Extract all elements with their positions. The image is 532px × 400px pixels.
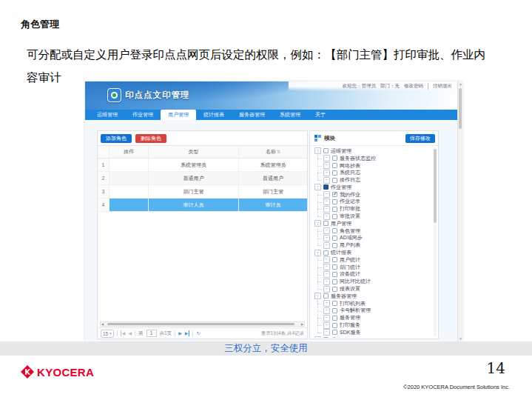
checkbox-icon[interactable]: [332, 264, 337, 270]
scrollbar-thumb[interactable]: [459, 88, 462, 129]
tree-item[interactable]: 操作日志: [323, 176, 433, 184]
table-row[interactable]: 3 部门主管 部门主管: [98, 185, 307, 199]
tree-item[interactable]: 部门统计: [323, 264, 433, 271]
checkbox-icon[interactable]: [332, 199, 337, 204]
save-changes-button[interactable]: 保存修改: [405, 134, 435, 143]
page-number-input[interactable]: 1: [147, 330, 157, 337]
tree-scrollbar[interactable]: [434, 147, 437, 336]
checkbox-icon[interactable]: [332, 178, 337, 183]
tree-item[interactable]: 作业管理: [314, 184, 433, 191]
nav-tab[interactable]: 系统管理: [272, 110, 308, 120]
expander-icon[interactable]: [323, 170, 330, 176]
checkbox-icon[interactable]: [332, 163, 337, 168]
checkbox-icon[interactable]: [332, 272, 337, 277]
first-page-button[interactable]: ◀: [121, 330, 126, 336]
header-link[interactable]: 注销退出: [428, 83, 452, 90]
next-page-button[interactable]: ▶: [178, 330, 182, 336]
tree-item[interactable]: 作业记录: [323, 199, 433, 206]
checkbox-icon[interactable]: [332, 156, 337, 161]
nav-tab[interactable]: 服务器管理: [232, 110, 272, 120]
horizontal-scrollbar[interactable]: ◀ ▶: [100, 321, 305, 327]
expander-icon[interactable]: [323, 227, 330, 234]
tree-item[interactable]: 打印审批: [323, 205, 433, 213]
scrollbar-thumb[interactable]: [107, 323, 294, 325]
checkbox-icon[interactable]: [332, 330, 337, 335]
col-name[interactable]: 名称⇅: [238, 146, 307, 158]
refresh-icon[interactable]: ↻: [196, 330, 200, 336]
checkbox-icon[interactable]: [332, 287, 337, 292]
checkbox-icon[interactable]: [332, 243, 337, 248]
table-row[interactable]: 2 普通用户 普通用户: [98, 172, 307, 185]
expander-icon[interactable]: [323, 300, 330, 307]
checkbox-icon[interactable]: [332, 214, 337, 219]
tree-item[interactable]: 系统日志: [323, 169, 433, 176]
tree-item[interactable]: 系统管理: [314, 336, 433, 338]
page-size-select[interactable]: 15▾: [101, 330, 114, 338]
expander-icon[interactable]: [323, 199, 330, 205]
header-link[interactable]: 修改密码: [404, 83, 423, 90]
tree-item[interactable]: 统计报表: [314, 249, 433, 256]
expander-icon[interactable]: [323, 322, 330, 329]
expander-icon[interactable]: [323, 279, 330, 285]
scroll-down-icon[interactable]: ▾: [458, 336, 462, 341]
expander-icon[interactable]: [323, 162, 330, 169]
tree-item[interactable]: SDK服务: [323, 329, 433, 336]
tree-item[interactable]: 打印机列表: [323, 300, 433, 307]
checkbox-icon[interactable]: [323, 184, 329, 190]
prev-page-button[interactable]: ◀: [128, 330, 132, 336]
nav-tab[interactable]: 统计报表: [196, 110, 232, 120]
nav-tab[interactable]: 作业管理: [125, 110, 161, 120]
table-row[interactable]: 1 系统管理员 系统管理员: [98, 159, 307, 172]
expander-icon[interactable]: [314, 336, 321, 338]
app-scrollbar[interactable]: ▴ ▾: [457, 81, 462, 341]
nav-tab[interactable]: 运维管理: [90, 110, 125, 120]
checkbox-icon[interactable]: [332, 228, 337, 233]
checkbox-icon[interactable]: [323, 293, 329, 299]
tree-item[interactable]: 用户列表: [323, 241, 433, 249]
checkbox-icon[interactable]: [323, 337, 329, 338]
tree-item[interactable]: AD域同步: [323, 235, 433, 242]
checkbox-icon[interactable]: [332, 316, 337, 321]
expander-icon[interactable]: [323, 264, 330, 270]
checkbox-icon[interactable]: [332, 301, 337, 306]
scroll-left-icon[interactable]: ◀: [101, 322, 104, 326]
checkbox-icon[interactable]: [323, 250, 329, 256]
expander-icon[interactable]: [323, 329, 330, 336]
expander-icon[interactable]: [323, 206, 330, 213]
scroll-up-icon[interactable]: ▴: [458, 81, 462, 87]
tree-item[interactable]: 审批设置: [323, 213, 433, 220]
tree-item[interactable]: 打印服务: [323, 321, 433, 329]
expander-icon[interactable]: [323, 155, 330, 161]
table-row[interactable]: 4 审计人员 审计员: [98, 199, 307, 212]
expander-icon[interactable]: [323, 256, 330, 263]
tree-item[interactable]: 用户统计: [323, 256, 433, 264]
checkbox-icon[interactable]: [332, 236, 337, 241]
tree-item[interactable]: 运维管理: [314, 147, 433, 155]
tree-item[interactable]: 用户管理: [314, 220, 433, 227]
expander-icon[interactable]: [323, 191, 330, 198]
expander-icon[interactable]: [323, 177, 330, 184]
checkbox-icon[interactable]: [332, 170, 337, 176]
last-page-button[interactable]: ▶: [185, 330, 190, 336]
nav-tab[interactable]: 用户管理: [161, 110, 196, 120]
expander-icon[interactable]: [323, 307, 330, 314]
checkbox-icon[interactable]: [332, 308, 337, 313]
expander-icon[interactable]: [323, 315, 330, 321]
expander-icon[interactable]: [323, 271, 330, 278]
expander-icon[interactable]: [323, 235, 330, 241]
expander-icon[interactable]: [323, 213, 330, 220]
nav-tab[interactable]: 关于: [308, 110, 333, 120]
checkbox-icon[interactable]: [332, 257, 337, 262]
expander-icon[interactable]: [323, 286, 330, 293]
scrollbar-thumb[interactable]: [434, 149, 437, 223]
checkbox-icon[interactable]: [323, 148, 329, 153]
tree-item[interactable]: 服务器状态监控: [323, 155, 433, 162]
tree-item[interactable]: 服务器管理: [314, 293, 433, 300]
tree-item[interactable]: 网络抄表: [323, 162, 433, 170]
checkbox-icon[interactable]: [332, 323, 337, 328]
tree-item[interactable]: 报表设置: [323, 285, 433, 293]
tree-item[interactable]: 设备统计: [323, 271, 433, 279]
expander-icon[interactable]: [323, 242, 330, 249]
scroll-right-icon[interactable]: ▶: [301, 322, 303, 326]
delete-role-button[interactable]: 删除角色: [135, 134, 166, 143]
